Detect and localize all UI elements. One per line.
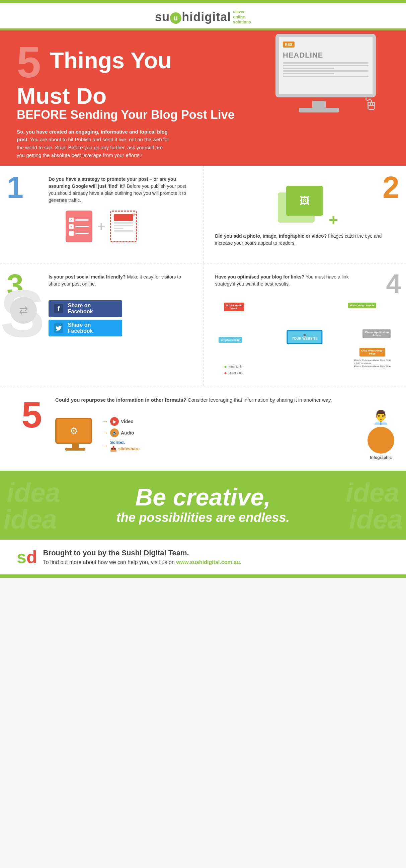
logo-tagline: clever online solutions [233, 9, 251, 25]
comp-screen: ⚙ [55, 418, 92, 444]
hero-banner: 5 Things You Must Do BEFORE Sending Your… [0, 30, 406, 166]
grid-row-2: 3 S ⇄ Is your post social media friendly… [0, 264, 406, 386]
bottom-border [0, 575, 406, 578]
format-video: → ▶ Video [102, 417, 361, 426]
logo-circle: u [170, 12, 181, 24]
plus-icon-2: + [329, 211, 338, 229]
section-2: 2 🖼 🖼 + Did you add a photo, image, info… [204, 166, 406, 263]
header: suuhidigital clever online solutions [0, 3, 406, 30]
watermark-idea-3: idea [3, 504, 57, 535]
slideshare-icon: 📤 [110, 445, 117, 452]
arrow-right-icon-2: → [102, 430, 108, 436]
section-5-content: Could you repurpose the information in o… [52, 396, 394, 460]
twitter-icon [54, 323, 63, 333]
mouse-icon: 🖱 [363, 95, 379, 114]
section-4: 4 Have you optimised your blog for links… [204, 264, 406, 385]
section-3: 3 S ⇄ Is your post social media friendly… [0, 264, 204, 385]
monitor: RSS HEADLINE 🖱 [269, 34, 382, 114]
arrow-right-icon-3: → [102, 442, 108, 450]
section-5: 5 Could you repurpose the information in… [0, 386, 406, 471]
social-buttons: f Share on Facebook Share on Facebook [49, 300, 191, 336]
hero-image: RSS HEADLINE 🖱 [269, 34, 396, 124]
logo: suuhidigital clever online solutions [155, 9, 251, 25]
section-5-title: Could you repurpose the information in o… [55, 396, 394, 404]
page: suuhidigital clever online solutions 5 T… [0, 0, 406, 578]
section-1-icons: ✓ ✓ + ✏ [12, 211, 191, 242]
computer-icon: ⚙ [55, 418, 95, 451]
image-frame-front: 🖼 [286, 186, 323, 216]
section-1: 1 Do you have a strategy to promote your… [0, 166, 204, 263]
facebook-icon: f [54, 304, 63, 313]
footer-creative-text: Be creative, [20, 484, 386, 510]
arrow-right-icon: → [102, 418, 108, 425]
website-link[interactable]: www.sushidigital.com.au. [176, 559, 241, 565]
section-2-image: 🖼 🖼 + [215, 176, 395, 229]
twitter-button[interactable]: Share on Facebook [49, 320, 122, 336]
pencil-icon: ✏ [131, 212, 136, 218]
footer-text: Brought to you by the Sushi Digital Team… [43, 547, 242, 566]
format-infographic: 👨‍💼 Infographic [368, 409, 394, 460]
share-circle-icon: ⇄ [10, 297, 37, 324]
footer-banner: idea idea idea idea Be creative, the pos… [0, 471, 406, 538]
watermark-idea-1: idea [7, 477, 60, 508]
graphic-design-node: Graphic Design [219, 337, 242, 343]
presenter-icon: 👨‍💼 [373, 409, 389, 425]
video-icon: ▶ [110, 417, 119, 426]
link-legend: ● Inner Link ● Outer Link [224, 364, 242, 376]
section-1-text: Do you have a strategy to promote your p… [49, 176, 191, 204]
monitor-screen: RSS HEADLINE [276, 34, 376, 97]
rss-badge: RSS [283, 41, 294, 48]
infographic-circle [368, 427, 394, 454]
logo-text: suuhidigital [155, 10, 231, 24]
format-list: → ▶ Video → 🔊 Audio → [102, 417, 361, 452]
format-audio: → 🔊 Audio [102, 429, 361, 437]
press-release-labels: Press Release About New Site citation re… [354, 359, 391, 368]
plus-icon-1: + [97, 219, 105, 234]
audio-icon: 🔊 [110, 429, 119, 437]
checklist-icon: ✓ ✓ [66, 211, 92, 242]
hero-body: So, you have created an engaging, inform… [17, 128, 171, 159]
link-diagram: 💻 YOUR WEBSITE Social MediaPost Web Desi… [215, 299, 395, 376]
bottom-footer: sd Brought to you by the Sushi Digital T… [0, 538, 406, 575]
repurpose-diagram: ⚙ → ▶ Video → [55, 409, 394, 460]
cms-node: CMS Web DesignPage [360, 348, 385, 356]
section-4-text: Have you optimised your blog for links? … [215, 274, 365, 293]
section-5-number: 5 [12, 396, 52, 433]
section-3-text: Is your post social media friendly? Make… [49, 274, 191, 293]
format-scribd-slideshare: → Scribd. 📤 slideshare [102, 440, 361, 452]
hero-title: 5 Things You Must Do [17, 40, 224, 108]
watermark-idea-4: idea [349, 504, 403, 535]
section-2-text: Did you add a photo, image, infographic … [215, 232, 395, 253]
main-content: 1 Do you have a strategy to promote your… [0, 166, 406, 471]
monitor-headline: HEADLINE [283, 51, 369, 60]
newspaper-icon: ✏ [110, 211, 137, 242]
facebook-button[interactable]: f Share on Facebook [49, 300, 122, 317]
footer-subtitle-text: the possibilities are endless. [20, 510, 386, 525]
section-4-number: 4 [386, 269, 401, 299]
section-1-number: 1 [7, 173, 24, 203]
your-website-node: 💻 YOUR WEBSITE [287, 330, 323, 344]
top-border [0, 0, 406, 3]
web-design-node: Web Design Article [348, 303, 376, 308]
watermark-idea-2: idea [346, 477, 399, 508]
grid-row-1: 1 Do you have a strategy to promote your… [0, 166, 406, 264]
iphone-node: iPhone ApplicationArticle [363, 330, 391, 338]
hero-number: 5 [17, 40, 41, 84]
sd-logo: sd [17, 547, 37, 567]
social-media-node: Social MediaPost [224, 303, 244, 311]
section-5-badge-wrap: 5 [12, 396, 52, 433]
